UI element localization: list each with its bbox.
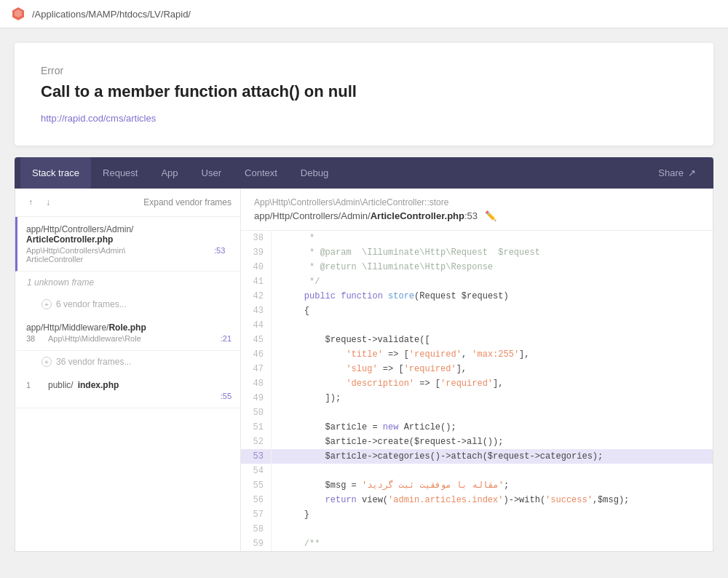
code-header: App\Http\Controllers\Admin\ArticleContro…	[241, 189, 713, 231]
code-panel: App\Http\Controllers\Admin\ArticleContro…	[241, 189, 713, 551]
main-content: ↑ ↓ Expand vendor frames app/Http/Contro…	[15, 189, 713, 552]
arrow-down-button[interactable]: ↓	[41, 196, 55, 209]
code-line-51: 51 $article = new Article();	[241, 420, 713, 435]
code-line-47: 47 'slug' => ['required'],	[241, 362, 713, 376]
stack-controls: ↑ ↓ Expand vendor frames	[15, 189, 240, 217]
expand-vendor-button[interactable]: Expand vendor frames	[143, 197, 232, 207]
code-file-name: ArticleController.php	[371, 210, 464, 221]
frame-item[interactable]: app/Http/Controllers/Admin/ArticleContro…	[15, 217, 240, 272]
vendor-plus-icon: +	[41, 299, 52, 309]
code-file-dir: app/Http/Controllers/Admin/	[254, 210, 371, 221]
tab-request[interactable]: Request	[91, 157, 149, 189]
code-line-48: 48 'description' => ['required'],	[241, 376, 713, 391]
stack-panel: ↑ ↓ Expand vendor frames app/Http/Contro…	[15, 189, 241, 551]
error-label: Error	[41, 65, 687, 76]
vendor-frames-label-2: 36 vendor frames...	[56, 357, 131, 367]
code-line-40: 40 * @return \Illuminate\Http\Response	[241, 260, 713, 274]
tab-stack-trace[interactable]: Stack trace	[20, 157, 91, 189]
code-line-45: 45 $request->validate([	[241, 333, 713, 347]
tab-app[interactable]: App	[149, 157, 189, 189]
tab-context[interactable]: Context	[233, 157, 289, 189]
frame-class-middleware: 38 App\Http\Middleware\Role :21	[26, 334, 232, 343]
code-line-number: 53	[467, 210, 478, 221]
share-label: Share	[658, 167, 684, 178]
code-line-59: 59 /**	[241, 537, 713, 551]
vendor-frames-label-1: 6 vendor frames...	[56, 299, 127, 309]
address-bar-url: /Applications/MAMP/htdocs/LV/Rapid/	[32, 9, 191, 20]
code-line-41: 41 */	[241, 274, 713, 289]
arrow-up-button[interactable]: ↑	[24, 196, 37, 209]
code-line-53: 53 $article->categories()->attach($reque…	[241, 449, 713, 464]
code-line-50: 50	[241, 405, 713, 420]
frame-class-index: :55	[26, 392, 232, 400]
address-bar: /Applications/MAMP/htdocs/LV/Rapid/	[0, 0, 728, 28]
code-file-path: app/Http/Controllers/Admin/ArticleContro…	[254, 210, 700, 221]
frame-file-path: app/Http/Controllers/Admin/ArticleContro…	[26, 224, 232, 245]
error-message: Call to a member function attach() on nu…	[41, 82, 687, 101]
code-line-38: 38 *	[241, 231, 713, 245]
vendor-plus-icon-2: +	[41, 357, 52, 367]
frame-file-middleware: app/Http/Middleware/Role.php	[26, 322, 232, 333]
code-line-44: 44	[241, 318, 713, 333]
frame-item-index[interactable]: 1 public/index.php :55	[15, 373, 240, 408]
frame-item-middleware[interactable]: app/Http/Middleware/Role.php 38 App\Http…	[15, 315, 240, 351]
error-url[interactable]: http://rapid.cod/cms/articles	[41, 113, 156, 124]
frame-file-index: 1 public/index.php	[26, 380, 232, 390]
frame-class: App\Http\Controllers\Admin\ArticleContro…	[26, 246, 232, 264]
code-view: 38 * 39 * @param \Illuminate\Http\Reques…	[241, 231, 713, 551]
code-line-55: 55 $msg = 'مقاله با موفقیت ثبت گردید';	[241, 478, 713, 493]
code-line-54: 54	[241, 464, 713, 478]
code-line-43: 43 {	[241, 304, 713, 318]
code-line-42: 42 public function store(Request $reques…	[241, 289, 713, 304]
tab-debug[interactable]: Debug	[289, 157, 340, 189]
stack-frames: app/Http/Controllers/Admin/ArticleContro…	[15, 217, 240, 551]
error-card: Error Call to a member function attach()…	[15, 43, 713, 146]
code-line-39: 39 * @param \Illuminate\Http\Request $re…	[241, 245, 713, 260]
tab-bar: Stack trace Request App User Context Deb…	[15, 157, 713, 189]
vendor-frames-toggle-2[interactable]: + 36 vendor frames...	[15, 351, 240, 373]
unknown-frame: 1 unknown frame	[15, 272, 240, 293]
code-line-52: 52 $article->create($request->all());	[241, 435, 713, 449]
edit-icon[interactable]: ✏️	[485, 210, 496, 221]
share-icon: ↗	[688, 167, 696, 178]
code-line-49: 49 ]);	[241, 391, 713, 405]
code-line-58: 58	[241, 522, 713, 537]
code-line-46: 46 'title' => ['required', 'max:255'],	[241, 347, 713, 362]
vendor-frames-toggle-1[interactable]: + 6 vendor frames...	[15, 293, 240, 315]
tab-user[interactable]: User	[190, 157, 233, 189]
code-line-57: 57 }	[241, 507, 713, 522]
share-button[interactable]: Share ↗	[646, 157, 708, 189]
code-line-56: 56 return view('admin.articles.index')->…	[241, 493, 713, 507]
code-class-path: App\Http\Controllers\Admin\ArticleContro…	[254, 197, 700, 207]
app-logo	[12, 7, 25, 20]
